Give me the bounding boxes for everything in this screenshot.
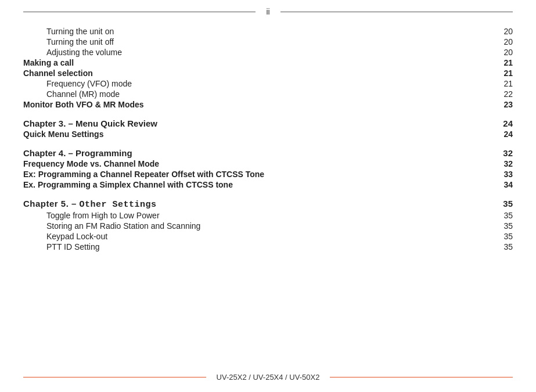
entry-page-quick-menu-settings: 24	[495, 130, 513, 139]
entry-page-frequency-vfo-mode: 21	[495, 79, 513, 88]
footer-line-right	[330, 377, 513, 377]
top-header: ii	[23, 0, 513, 16]
entry-text-monitor-both: Monitor Both VFO & MR Modes	[23, 100, 495, 109]
toc-entry-keypad-lockout: Keypad Lock-out35	[23, 232, 513, 241]
entry-page-chapter3: 24	[495, 118, 513, 128]
toc-entry-monitor-both: Monitor Both VFO & MR Modes23	[23, 100, 513, 109]
entry-text-chapter3: Chapter 3. – Menu Quick Review	[23, 118, 495, 128]
entry-page-ex-programming-repeater: 33	[495, 170, 513, 179]
toc-entry-ex-programming-simplex: Ex. Programming a Simplex Channel with C…	[23, 180, 513, 189]
toc-entry-chapter4: Chapter 4. – Programming32	[23, 148, 513, 158]
toc-container: Turning the unit on20Turning the unit of…	[23, 27, 513, 251]
entry-text-keypad-lockout: Keypad Lock-out	[46, 232, 495, 241]
entry-text-turning-on: Turning the unit on	[46, 27, 495, 36]
entry-text-turning-off: Turning the unit off	[46, 37, 495, 46]
entry-page-channel-selection: 21	[495, 69, 513, 78]
toc-entry-frequency-vfo-mode: Frequency (VFO) mode21	[23, 79, 513, 88]
entry-text-frequency-vfo-mode: Frequency (VFO) mode	[46, 79, 495, 88]
entry-text-ex-programming-repeater: Ex: Programming a Channel Repeater Offse…	[23, 170, 495, 179]
entry-page-freq-mode-vs-channel: 32	[495, 159, 513, 168]
top-line-right	[280, 12, 513, 12]
top-line-left	[23, 12, 256, 12]
toc-entry-ex-programming-repeater: Ex: Programming a Channel Repeater Offse…	[23, 170, 513, 179]
toc-entry-toggle-high-low: Toggle from High to Low Power35	[23, 211, 513, 220]
entry-page-ex-programming-simplex: 34	[495, 180, 513, 189]
entry-text-ex-programming-simplex: Ex. Programming a Simplex Channel with C…	[23, 180, 495, 189]
entry-text-toggle-high-low: Toggle from High to Low Power	[46, 211, 495, 220]
entry-text-chapter5: Chapter 5. – Other Settings	[23, 199, 495, 210]
entry-text-channel-mr-mode: Channel (MR) mode	[46, 89, 495, 99]
entry-page-making-a-call: 21	[495, 58, 513, 67]
entry-text-making-a-call: Making a call	[23, 58, 495, 67]
entry-page-turning-on: 20	[495, 27, 513, 36]
toc-entry-turning-off: Turning the unit off20	[23, 37, 513, 46]
entry-text-chapter4: Chapter 4. – Programming	[23, 148, 495, 158]
toc-entry-chapter3: Chapter 3. – Menu Quick Review24	[23, 118, 513, 128]
entry-page-chapter4: 32	[495, 148, 513, 158]
entry-page-monitor-both: 23	[495, 100, 513, 109]
toc-entry-channel-selection: Channel selection21	[23, 69, 513, 78]
toc-entry-channel-mr-mode: Channel (MR) mode22	[23, 89, 513, 99]
toc-entry-freq-mode-vs-channel: Frequency Mode vs. Channel Mode32	[23, 159, 513, 168]
toc-entry-quick-menu-settings: Quick Menu Settings24	[23, 130, 513, 139]
toc-entry-chapter5: Chapter 5. – Other Settings35	[23, 199, 513, 210]
entry-text-channel-selection: Channel selection	[23, 69, 495, 78]
footer: UV-25X2 / UV-25X4 / UV-50X2	[23, 373, 513, 382]
toc-entry-turning-on: Turning the unit on20	[23, 27, 513, 36]
entry-text-quick-menu-settings: Quick Menu Settings	[23, 130, 495, 139]
entry-page-storing-fm-radio: 35	[495, 221, 513, 231]
entry-text-freq-mode-vs-channel: Frequency Mode vs. Channel Mode	[23, 159, 495, 168]
toc-entry-adjusting-volume: Adjusting the volume20	[23, 48, 513, 57]
entry-page-channel-mr-mode: 22	[495, 89, 513, 99]
entry-page-chapter5: 35	[495, 199, 513, 208]
entry-page-toggle-high-low: 35	[495, 211, 513, 220]
footer-line-left	[23, 377, 206, 377]
page-number-top: ii	[256, 7, 280, 16]
footer-label: UV-25X2 / UV-25X4 / UV-50X2	[206, 373, 330, 382]
toc-entry-ptt-id-setting: PTT ID Setting35	[23, 242, 513, 251]
page-wrapper: ii Turning the unit on20Turning the unit…	[0, 0, 536, 392]
toc-entry-storing-fm-radio: Storing an FM Radio Station and Scanning…	[23, 221, 513, 231]
entry-page-turning-off: 20	[495, 37, 513, 46]
entry-page-ptt-id-setting: 35	[495, 242, 513, 251]
entry-text-ptt-id-setting: PTT ID Setting	[46, 242, 495, 251]
entry-text-storing-fm-radio: Storing an FM Radio Station and Scanning	[46, 221, 495, 231]
entry-text-adjusting-volume: Adjusting the volume	[46, 48, 495, 57]
toc-entry-making-a-call: Making a call21	[23, 58, 513, 67]
entry-page-keypad-lockout: 35	[495, 232, 513, 241]
entry-page-adjusting-volume: 20	[495, 48, 513, 57]
